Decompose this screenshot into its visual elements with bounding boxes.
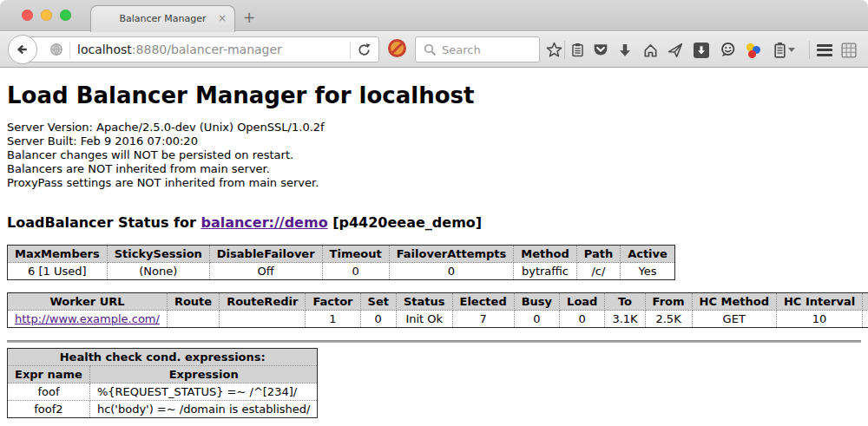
cell-stickysession: (None): [107, 263, 209, 280]
section-divider: [7, 340, 861, 343]
reload-button[interactable]: [357, 43, 372, 61]
column-header: From: [645, 293, 692, 311]
balancer-status-heading: LoadBalancer Status for balancer://demo …: [7, 214, 861, 231]
pocket-icon: [593, 43, 608, 57]
new-tab-button[interactable]: +: [243, 4, 255, 30]
column-header: Worker URL: [8, 293, 168, 311]
table-row: 6 [1 Used] (None) Off 0 0 bytraffic /c/ …: [8, 263, 675, 280]
back-button[interactable]: [8, 35, 37, 64]
column-header: Expression: [89, 366, 318, 383]
table-row: foof %{REQUEST_STATUS} =~ /^[234]/: [8, 383, 318, 401]
health-check-table: Health check cond. expressions: Expr nam…: [7, 348, 318, 418]
cell-from: 2.5K: [645, 311, 692, 328]
search-bar[interactable]: [415, 36, 540, 62]
back-arrow-icon: [15, 42, 30, 57]
reload-icon: [357, 43, 372, 57]
colored-balls-icon: [746, 43, 761, 58]
proxypass-notice-line: ProxyPass settings are NOT inherited fro…: [7, 176, 861, 190]
column-header: To: [605, 293, 645, 311]
bookmarks-clipboard-icon: [570, 43, 585, 57]
health-check-table-title: Health check cond. expressions:: [8, 349, 318, 366]
bookmark-star-icon: [546, 42, 562, 58]
heading-prefix: LoadBalancer Status for: [7, 214, 201, 231]
column-header: StickySession: [107, 246, 209, 263]
column-header: HC Method: [692, 293, 776, 311]
column-header: Load: [560, 293, 605, 311]
cell-worker-url: http://www.example.com/: [8, 311, 168, 328]
column-header: DisableFailover: [209, 246, 322, 263]
worker-table: Worker URL Route RouteRedir Factor Set S…: [7, 292, 868, 328]
chevron-down-icon: [788, 48, 795, 52]
chat-smiley-extension-button[interactable]: [717, 32, 738, 68]
site-identity-globe-icon: [49, 43, 63, 56]
tab-balancer-manager[interactable]: Balancer Manager ×: [90, 5, 235, 32]
bookmarks-menu-button[interactable]: [567, 32, 588, 68]
downloadhelper-extension-button[interactable]: [743, 32, 764, 68]
column-header: Status: [396, 293, 452, 311]
column-header: RouteRedir: [220, 293, 306, 311]
cell-factor: 1: [306, 311, 360, 328]
plugin-blocked-icon[interactable]: [388, 39, 406, 57]
cell-active: Yes: [621, 263, 675, 280]
column-header: MaxMembers: [8, 246, 108, 263]
menu-button[interactable]: [814, 32, 835, 68]
worker-url-link[interactable]: http://www.example.com/: [15, 312, 160, 325]
table-header-row: Expr name Expression: [8, 366, 318, 383]
close-window-button[interactable]: [22, 10, 33, 21]
cell-method: bytraffic: [514, 263, 576, 280]
cell-disablefailover: Off: [209, 263, 322, 280]
server-info: Server Version: Apache/2.5.0-dev (Unix) …: [7, 121, 861, 190]
toolbar-separator: [564, 41, 565, 59]
identity-separator: [69, 42, 70, 59]
table-header-row: Worker URL Route RouteRedir Factor Set S…: [8, 293, 868, 311]
cell-expression: hc('body') =~ /domain is established/: [89, 401, 318, 418]
bookmark-star-button[interactable]: [543, 32, 564, 68]
send-button[interactable]: [665, 32, 686, 68]
downloads-button[interactable]: [615, 32, 635, 68]
tab-bar: Balancer Manager × +: [0, 0, 868, 31]
paper-plane-icon: [667, 43, 683, 58]
column-header: Factor: [306, 293, 360, 311]
cell-hc-interval: 10: [776, 311, 862, 328]
url-path: :8880/balancer-manager: [132, 43, 282, 56]
save-extension-button[interactable]: [691, 32, 712, 68]
cell-expr-name: foof: [8, 383, 90, 401]
server-version-line: Server Version: Apache/2.5.0-dev (Unix) …: [7, 121, 861, 134]
column-header: Passes: [863, 293, 868, 311]
cell-hc-method: GET: [692, 311, 776, 328]
column-header: Expr name: [8, 366, 90, 383]
download-arrow-icon: [617, 43, 633, 58]
hamburger-menu-icon: [817, 42, 832, 58]
column-header: HC Interval: [776, 293, 862, 311]
tab-close-icon[interactable]: ×: [218, 6, 227, 31]
column-header: Route: [167, 293, 219, 311]
toolbar-separator: [809, 41, 810, 59]
search-input[interactable]: [416, 37, 539, 62]
home-button[interactable]: [640, 32, 661, 68]
url-text[interactable]: localhost:8880/balancer-manager: [77, 37, 282, 62]
cell-to: 3.1K: [605, 311, 645, 328]
cell-failoverattempts: 0: [389, 263, 514, 280]
reload-separator: [350, 42, 351, 59]
home-icon: [642, 43, 659, 58]
pocket-button[interactable]: [590, 32, 611, 68]
column-header: Path: [576, 246, 620, 263]
zoom-window-button[interactable]: [60, 10, 71, 21]
grid-addon-button[interactable]: [838, 32, 859, 68]
column-header: Busy: [514, 293, 559, 311]
url-bar[interactable]: localhost:8880/balancer-manager: [23, 36, 379, 62]
grid-icon: [841, 43, 857, 58]
table-title-row: Health check cond. expressions:: [8, 349, 318, 366]
extension-square-icon: [694, 43, 709, 58]
minimize-window-button[interactable]: [41, 10, 52, 21]
page-content: Load Balancer Manager for localhost Serv…: [0, 68, 868, 426]
navigation-toolbar: localhost:8880/balancer-manager: [0, 32, 868, 68]
persist-notice-line: Balancer changes will NOT be persisted o…: [7, 148, 861, 162]
cell-expression: %{REQUEST_STATUS} =~ /^[234]/: [89, 383, 318, 401]
table-row: foof2 hc('body') =~ /domain is establish…: [8, 401, 318, 418]
cell-elected: 7: [452, 311, 514, 328]
column-header: Set: [360, 293, 396, 311]
balancer-demo-link[interactable]: balancer://demo: [201, 214, 327, 231]
extension-dropdown-button[interactable]: [786, 32, 798, 68]
browser-window: Balancer Manager × + localhost:8880/bala…: [0, 0, 868, 426]
